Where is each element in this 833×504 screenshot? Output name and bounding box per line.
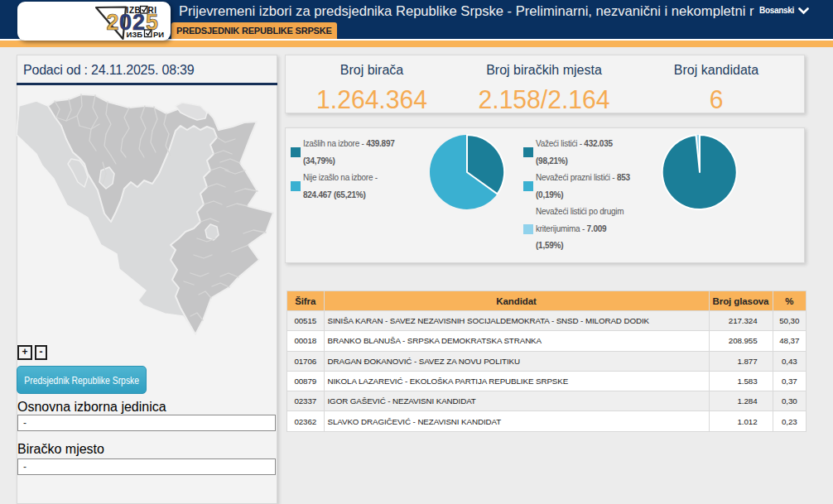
svg-text:2: 2 bbox=[107, 10, 119, 35]
svg-text:ИЗБ: ИЗБ bbox=[127, 30, 143, 39]
svg-text:РИ: РИ bbox=[153, 30, 164, 39]
